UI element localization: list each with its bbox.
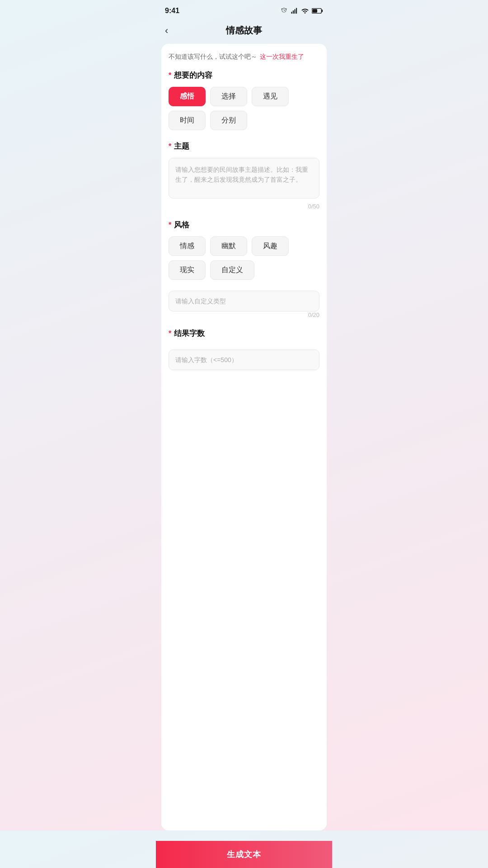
- alarm-icon: [280, 7, 288, 15]
- status-bar: 9:41: [156, 0, 332, 20]
- battery-icon: [312, 8, 323, 14]
- style-tag-qinggan[interactable]: 情感: [169, 236, 206, 256]
- svg-rect-5: [322, 9, 323, 12]
- svg-rect-1: [293, 10, 294, 14]
- tag-fenbie[interactable]: 分别: [210, 111, 247, 130]
- style-label: * 风格: [169, 220, 319, 230]
- svg-rect-3: [296, 8, 297, 14]
- required-star-3: *: [169, 221, 171, 229]
- theme-textarea[interactable]: [169, 158, 319, 198]
- tag-ganzhi[interactable]: 感悟: [169, 87, 206, 106]
- theme-textarea-wrapper: [169, 158, 319, 200]
- required-star-2: *: [169, 142, 171, 151]
- word-count-section: * 结果字数: [169, 328, 319, 370]
- status-icons: [280, 7, 323, 15]
- tag-xuanze[interactable]: 选择: [210, 87, 247, 106]
- main-content: 不知道该写什么，试试这个吧～ 这一次我重生了 * 想要的内容 感悟 选择 遇见 …: [161, 44, 327, 830]
- theme-section: * 主题 0/50: [169, 141, 319, 210]
- required-star-1: *: [169, 71, 171, 80]
- want-content-section: * 想要的内容 感悟 选择 遇见 时间 分别: [169, 70, 319, 130]
- style-char-count: 0/20: [169, 311, 319, 318]
- wifi-icon: [301, 7, 309, 15]
- style-tag-xianshi[interactable]: 现实: [169, 260, 206, 280]
- style-section: * 风格 情感 幽默 风趣 现实 自定义 0/20: [169, 220, 319, 318]
- want-content-tags: 感悟 选择 遇见 时间 分别: [169, 87, 319, 130]
- status-time: 9:41: [165, 7, 179, 15]
- word-count-input[interactable]: [169, 349, 319, 370]
- style-tag-custom[interactable]: 自定义: [210, 260, 254, 280]
- hint-text: 不知道该写什么，试试这个吧～: [169, 53, 257, 61]
- custom-style-input[interactable]: [169, 291, 319, 311]
- style-tags: 情感 幽默 风趣 现实 自定义: [169, 236, 319, 280]
- want-content-label: * 想要的内容: [169, 70, 319, 80]
- tag-yujian[interactable]: 遇见: [252, 87, 289, 106]
- svg-rect-0: [291, 11, 292, 13]
- svg-rect-2: [295, 9, 296, 14]
- style-tag-youmo[interactable]: 幽默: [210, 236, 247, 256]
- tag-shijian[interactable]: 时间: [169, 111, 206, 130]
- style-tag-fengqu[interactable]: 风趣: [252, 236, 289, 256]
- page-header: ‹ 情感故事: [156, 20, 332, 44]
- word-count-label: * 结果字数: [169, 328, 319, 339]
- required-star-4: *: [169, 330, 171, 338]
- hint-row: 不知道该写什么，试试这个吧～ 这一次我重生了: [169, 53, 319, 61]
- signal-icon: [291, 7, 298, 15]
- back-button[interactable]: ‹: [165, 25, 168, 37]
- theme-label: * 主题: [169, 141, 319, 151]
- page-title: 情感故事: [226, 24, 262, 37]
- theme-char-count: 0/50: [169, 203, 319, 210]
- hint-link[interactable]: 这一次我重生了: [260, 53, 304, 61]
- svg-rect-6: [312, 9, 317, 13]
